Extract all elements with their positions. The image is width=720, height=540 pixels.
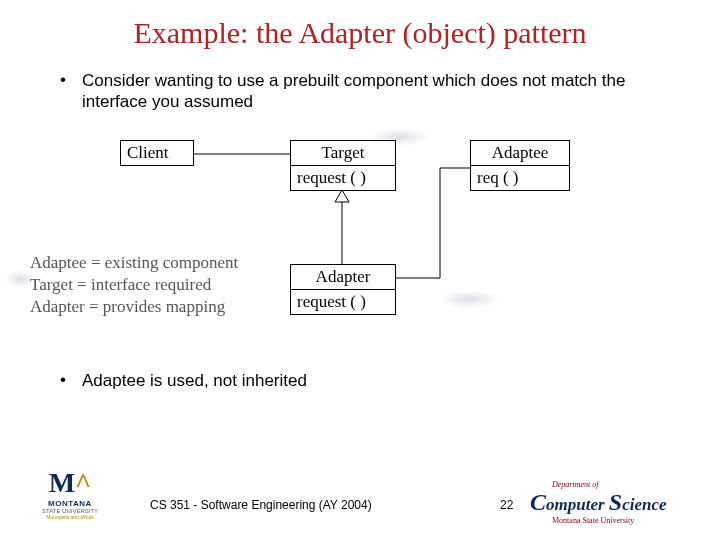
montana-name: MONTANA <box>30 499 110 508</box>
cs-word2: cience <box>622 495 666 514</box>
uml-adaptee-op: req ( ) <box>471 166 569 190</box>
uml-adaptee-name: Adaptee <box>471 141 569 166</box>
svg-marker-2 <box>335 190 349 202</box>
uml-target-name: Target <box>291 141 395 166</box>
uml-adaptee: Adaptee req ( ) <box>470 140 570 191</box>
bullet-consider: •Consider wanting to use a prebuilt comp… <box>60 70 660 113</box>
diagram-notes: Adaptee = existing component Target = in… <box>30 252 238 318</box>
bullet-dot: • <box>60 70 82 90</box>
slide-title: Example: the Adapter (object) pattern <box>0 16 720 50</box>
uml-adapter-op: request ( ) <box>291 290 395 314</box>
uml-adapter: Adapter request ( ) <box>290 264 396 315</box>
note-adaptee: Adaptee = existing component <box>30 252 238 274</box>
uml-target-op: request ( ) <box>291 166 395 190</box>
cs-word1: omputer <box>546 495 605 514</box>
dept-of: Department of <box>552 480 700 489</box>
bullet-text: Consider wanting to use a prebuilt compo… <box>82 70 642 113</box>
bullet-used-not-inherited: •Adaptee is used, not inherited <box>60 370 660 391</box>
bullet-dot: • <box>60 370 82 390</box>
page-number: 22 <box>500 498 513 512</box>
uml-client-name: Client <box>121 141 193 165</box>
footer-course: CS 351 - Software Engineering (AY 2004) <box>150 498 372 512</box>
uml-adapter-name: Adapter <box>291 265 395 290</box>
cs-dept-logo: Department of Computer Science Montana S… <box>530 480 700 525</box>
montana-logo: M^ MONTANA STATE UNIVERSITY Mountains an… <box>30 467 110 520</box>
cs-wordmark: Computer Science <box>530 489 700 516</box>
cs-msu: Montana State University <box>552 516 700 525</box>
montana-m-icon: M^ <box>30 467 110 499</box>
bullet-text: Adaptee is used, not inherited <box>82 370 642 391</box>
uml-target: Target request ( ) <box>290 140 396 191</box>
note-adapter: Adapter = provides mapping <box>30 296 238 318</box>
note-target: Target = interface required <box>30 274 238 296</box>
uml-client: Client <box>120 140 194 166</box>
uml-diagram: Client Target request ( ) Adaptee req ( … <box>110 140 630 360</box>
slide: Example: the Adapter (object) pattern •C… <box>0 0 720 540</box>
montana-tagline: Mountains and Minds <box>30 514 110 520</box>
